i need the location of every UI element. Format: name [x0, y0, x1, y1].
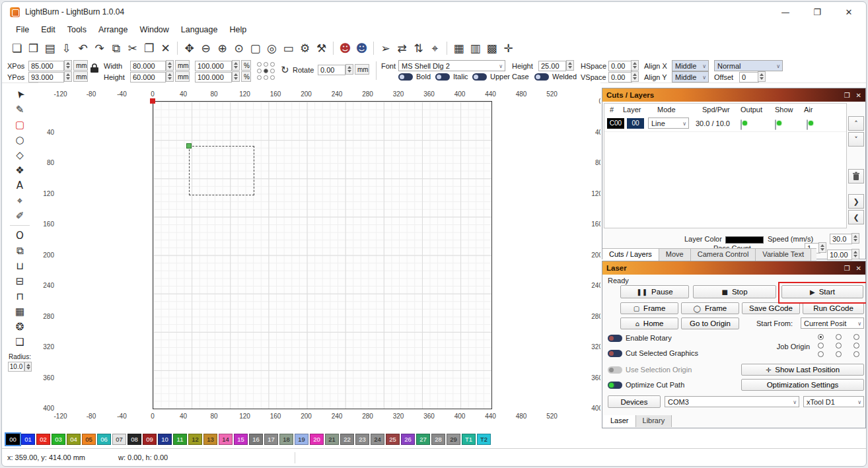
origin-cell-4[interactable] [264, 69, 268, 73]
menu-window[interactable]: Window [133, 23, 174, 36]
align-y-combo[interactable]: Middle∨ [672, 71, 709, 83]
origin-cell-0[interactable] [257, 62, 262, 67]
preview-icon[interactable]: ▭ [280, 40, 297, 57]
layer-air-toggle[interactable] [807, 119, 808, 130]
xpos-input[interactable]: 85.000 [28, 61, 64, 71]
palette-swatch-22[interactable]: 22 [340, 434, 354, 445]
layer-show-toggle[interactable] [775, 119, 776, 130]
aspect-lock-icon[interactable] [90, 63, 99, 75]
speed-spinner[interactable] [851, 233, 859, 244]
origin-cell-5[interactable] [270, 69, 275, 73]
frame-circle-button[interactable]: ◯Frame [681, 302, 739, 314]
float-panel-icon[interactable]: ❐ [844, 265, 850, 272]
scale-x-spinner[interactable] [232, 60, 240, 71]
camera-capture-icon[interactable]: ◎ [264, 40, 280, 57]
palette-swatch-06[interactable]: 06 [97, 434, 111, 445]
ellipse-tool-icon[interactable]: ○ [11, 132, 28, 147]
job-origin-radio-0[interactable] [818, 334, 824, 340]
palette-swatch-03[interactable]: 03 [52, 434, 65, 445]
move-layer-down-button[interactable]: ˅ [848, 132, 864, 147]
palette-swatch-02[interactable]: 02 [36, 434, 50, 445]
cuts-tab-variable-text[interactable]: Variable Text [756, 249, 811, 261]
palette-swatch-09[interactable]: 09 [143, 434, 157, 445]
selection-origin-handle[interactable] [186, 143, 192, 149]
layer-color-preview[interactable] [725, 236, 764, 244]
palette-swatch-19[interactable]: 19 [295, 434, 308, 445]
scale-y-input[interactable]: 100.000 [195, 72, 232, 83]
origin-cell-1[interactable] [264, 62, 268, 67]
scale-x-input[interactable]: 100.000 [195, 61, 232, 71]
save-file-icon[interactable]: ▤ [42, 40, 58, 57]
origin-cell-3[interactable] [257, 69, 262, 73]
palette-swatch-25[interactable]: 25 [386, 434, 400, 445]
maximize-button[interactable]: ❐ [812, 7, 822, 17]
boolean-subtract-tool-icon[interactable]: ⊟ [11, 273, 28, 288]
start-button[interactable]: ▶Start [781, 285, 863, 298]
offset-spinner[interactable] [758, 71, 766, 82]
weld-shapes-tool-icon[interactable]: ⧉ [11, 243, 28, 258]
draw-lines-tool-icon[interactable]: ✎ [11, 102, 28, 117]
palette-swatch-12[interactable]: 12 [188, 434, 202, 445]
cuts-tab-cuts-layers[interactable]: Cuts / Layers [602, 249, 659, 261]
palette-swatch-24[interactable]: 24 [371, 434, 384, 445]
paste-icon[interactable]: ❐ [141, 40, 157, 57]
palette-swatch-21[interactable]: 21 [325, 434, 339, 445]
layer-output-toggle[interactable] [741, 119, 742, 130]
job-origin-radio-5[interactable] [853, 343, 859, 349]
scale-y-spinner[interactable] [232, 71, 240, 82]
zoom-in-icon[interactable]: ⊕ [214, 40, 231, 57]
menu-help[interactable]: Help [223, 23, 252, 36]
palette-swatch-07[interactable]: 07 [112, 434, 126, 445]
copy-along-path-tool-icon[interactable]: ❑ [11, 334, 28, 349]
weld-style-combo[interactable]: Normal∨ [714, 60, 783, 71]
new-file-icon[interactable]: ❏ [9, 40, 25, 57]
palette-swatch-29[interactable]: 29 [447, 434, 460, 445]
italic-toggle[interactable]: Italic [435, 73, 468, 81]
circular-array-tool-icon[interactable]: ❂ [11, 319, 28, 334]
upper-case-toggle[interactable]: Upper Case [472, 73, 529, 81]
flip-horizontal-icon[interactable]: ⇄ [394, 40, 410, 57]
prev-layer-button[interactable]: ❮ [848, 210, 864, 224]
palette-swatch-10[interactable]: 10 [158, 434, 172, 445]
menu-file[interactable]: File [10, 23, 35, 36]
user-icon[interactable]: ☻ [353, 40, 370, 57]
job-origin-radio-3[interactable] [818, 343, 824, 349]
stop-button[interactable]: ■Stop [693, 285, 776, 298]
close-panel-icon[interactable]: ✕ [856, 265, 861, 272]
layer-color-swatch[interactable]: 00 [627, 118, 644, 129]
edit-nodes-tool-icon[interactable]: ❖ [11, 162, 28, 178]
cuts-tab-move[interactable]: Move [659, 249, 691, 261]
redo-icon[interactable]: ↷ [91, 40, 108, 57]
save-gcode-button[interactable]: Save GCode [742, 302, 800, 314]
undo-icon[interactable]: ↶ [75, 40, 91, 57]
speed-input[interactable]: 30.0 [830, 234, 852, 244]
ypos-spinner[interactable] [64, 71, 72, 82]
selection-rectangle[interactable] [189, 146, 254, 195]
run-gcode-button[interactable]: Run GCode [803, 302, 864, 314]
position-laser-tool-icon[interactable]: ⌖ [11, 193, 28, 208]
job-origin-radio-2[interactable] [853, 334, 859, 340]
palette-swatch-14[interactable]: 14 [219, 434, 233, 445]
welded-toggle[interactable]: Welded [534, 73, 577, 81]
zoom-to-selection-icon[interactable]: ⊙ [231, 40, 247, 57]
delete-icon[interactable]: ✕ [157, 40, 174, 57]
import-file-icon[interactable]: ⇩ [58, 40, 75, 57]
measure-tool-icon[interactable]: ✐ [11, 208, 28, 223]
job-origin-radio-7[interactable] [836, 351, 842, 357]
align-shapes-icon[interactable]: ▦ [451, 40, 467, 57]
palette-swatch-00[interactable]: 00 [6, 434, 20, 445]
font-height-spinner[interactable] [566, 60, 574, 71]
go-to-origin-button[interactable]: Go to Origin [681, 318, 739, 329]
machine-settings-icon[interactable]: ⚒ [313, 40, 330, 57]
job-origin-selector[interactable] [818, 334, 860, 360]
palette-swatch-17[interactable]: 17 [264, 434, 278, 445]
send-to-laser-icon[interactable]: ➢ [377, 40, 394, 57]
move-layer-up-button[interactable]: ˄ [848, 116, 864, 131]
distribute-vertical-icon[interactable]: ▩ [484, 40, 500, 57]
palette-swatch-04[interactable]: 04 [67, 434, 81, 445]
height-spinner[interactable] [166, 71, 174, 82]
pan-icon[interactable]: ✥ [181, 40, 198, 57]
menu-tools[interactable]: Tools [61, 23, 92, 36]
start-from-combo[interactable]: Current Posit∨ [801, 318, 864, 329]
laser-tab-library[interactable]: Library [636, 415, 672, 427]
